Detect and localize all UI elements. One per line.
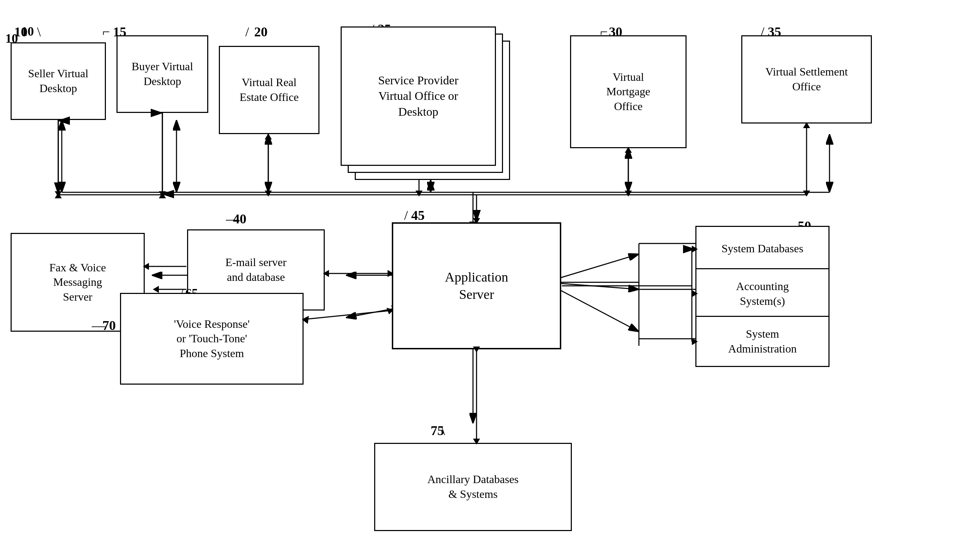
service-provider-label: Service Provider Virtual Office or Deskt… xyxy=(378,73,458,120)
svg-marker-55 xyxy=(153,286,159,293)
svg-marker-32 xyxy=(55,193,62,198)
svg-line-56 xyxy=(304,310,391,320)
svg-marker-58 xyxy=(302,316,309,324)
svg-marker-68 xyxy=(473,346,480,353)
diagram: 10 10 Seller Virtual Desktop 10 \ 15 ⌐ B… xyxy=(0,0,958,560)
svg-marker-45 xyxy=(803,122,810,128)
svg-marker-62 xyxy=(692,245,698,253)
svg-marker-53 xyxy=(143,263,149,270)
svg-marker-37 xyxy=(265,191,272,196)
svg-marker-48 xyxy=(473,218,480,224)
svg-marker-69 xyxy=(473,438,480,445)
svg-marker-36 xyxy=(265,133,272,139)
svg-marker-46 xyxy=(803,191,810,196)
svg-marker-42 xyxy=(625,147,632,153)
svg-marker-43 xyxy=(625,191,632,196)
svg-marker-51 xyxy=(323,270,329,277)
svg-marker-50 xyxy=(388,270,393,277)
svg-marker-40 xyxy=(416,191,422,196)
svg-marker-34 xyxy=(159,193,166,198)
service-provider-box: Service Provider Virtual Office or Deskt… xyxy=(341,27,496,166)
